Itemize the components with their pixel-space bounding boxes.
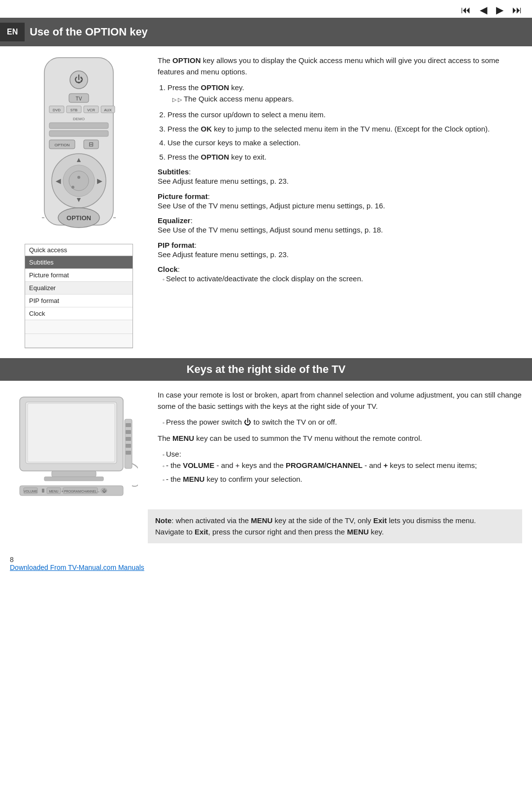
qa-item-pip-format[interactable]: PIP format [25,295,133,307]
section1-title: Use of the OPTION key [30,26,148,38]
step-4: Use the cursor keys to make a selection. [167,137,522,149]
section2-content: VOLUME MENU + PROGRAM/CHANNEL – ⏻ In cas… [0,381,532,504]
svg-text:⏻: ⏻ [102,489,106,493]
svg-text:OPTION: OPTION [55,143,70,147]
svg-point-31 [77,176,80,179]
section2-right-column: In case your remote is lost or broken, a… [158,390,522,499]
volume-keys-item: - the VOLUME - and + keys and the PROGRA… [163,460,522,471]
rewind-icon[interactable]: ◀ [480,4,487,16]
qa-empty-2 [25,334,133,348]
svg-rect-35 [28,403,115,462]
svg-rect-42 [126,444,131,448]
section2-header: Keys at the right side of the TV [0,358,532,381]
qa-item-picture-format[interactable]: Picture format [25,269,133,282]
svg-text:◀: ◀ [56,177,61,185]
power-switch-item: Press the power switch ⏻ to switch the T… [163,417,522,428]
svg-rect-47 [42,489,44,493]
skip-forward-icon[interactable]: ⏭ [512,4,522,16]
section2-title: Keys at the right side of the TV [0,363,532,376]
svg-text:VOLUME: VOLUME [24,490,37,493]
svg-rect-39 [126,423,131,427]
skip-back-icon[interactable]: ⏮ [461,4,471,16]
svg-rect-43 [126,451,131,455]
equalizer-subsection: Equalizer: See Use of the TV menu settin… [158,216,522,236]
svg-text:DEMO: DEMO [73,117,85,121]
svg-text:VCR: VCR [87,108,95,112]
svg-text:MENU: MENU [49,490,58,493]
top-navigation: ⏮ ◀ ▶ ⏭ [0,0,532,18]
note-text1: Note: when activated via the MENU key at… [155,515,515,527]
tv-left-column: VOLUME MENU + PROGRAM/CHANNEL – ⏻ [10,390,148,499]
qa-empty-1 [25,320,133,334]
pip-format-subsection: PIP format: See Adjust feature menu sett… [158,241,522,261]
subtitles-body: See Adjust feature menu settings, p. 23. [158,177,289,185]
svg-text:⊟: ⊟ [89,141,94,148]
section2-intro: In case your remote is lost or broken, a… [158,390,522,412]
svg-text:⏻: ⏻ [74,74,83,84]
note-box: Note: when activated via the MENU key at… [148,509,522,543]
download-link[interactable]: Downloaded From TV-Manual.com Manuals [10,564,144,571]
use-section: Use: - the VOLUME - and + keys and the P… [158,449,522,485]
svg-text:▶: ▶ [97,177,102,185]
subtitles-subsection: Subtitles: See Adjust feature menu setti… [158,167,522,187]
picture-format-title: Picture format [158,192,208,200]
step-1a: ▷ The Quick access menu appears. [172,94,522,105]
pip-format-body: See Adjust feature menu settings, p. 23. [158,250,289,259]
svg-rect-15 [49,131,108,136]
clock-list: Select to activate/deactivate the clock … [163,273,522,285]
clock-colon: : [178,265,180,273]
step-5: Press the OPTION key to exit. [167,152,522,163]
qa-item-clock[interactable]: Clock [25,307,133,320]
svg-rect-37 [44,477,103,481]
pip-format-title: PIP format [158,241,195,249]
play-icon[interactable]: ▶ [496,4,503,16]
svg-text:+ PROGRAM/CHANNEL –: + PROGRAM/CHANNEL – [61,490,100,493]
left-column: ⏻ TV DVD STB VCR AUX DEMO O [10,55,148,348]
svg-point-32 [71,186,74,189]
section1-header: EN Use of the OPTION key [0,18,532,46]
menu-key-text: The MENU key can be used to summon the T… [158,433,522,444]
subtitles-colon: : [189,167,191,176]
equalizer-title: Equalizer [158,216,191,225]
equalizer-body: See Use of the TV menu settings, Adjust … [158,226,383,234]
tv-illustration: VOLUME MENU + PROGRAM/CHANNEL – ⏻ [10,390,138,498]
intro-text: The OPTION key allows you to display the… [158,55,522,77]
step-2: Press the cursor up/down to select a men… [167,109,522,121]
language-badge: EN [0,23,25,41]
quick-access-menu: Quick access Subtitles Picture format Eq… [25,244,133,348]
clock-subsection: Clock: Select to activate/deactivate the… [158,265,522,285]
svg-text:▲: ▲ [75,156,82,164]
svg-text:STB: STB [70,108,78,112]
picture-format-body: See Use of the TV menu settings, Adjust … [158,201,385,210]
svg-rect-41 [126,437,131,441]
equalizer-colon: : [191,216,193,225]
steps-list: Press the OPTION key. ▷ The Quick access… [167,82,522,163]
right-column: The OPTION key allows you to display the… [158,55,522,348]
footer: 8 Downloaded From TV-Manual.com Manuals [0,548,532,579]
step-3: Press the OK key to jump to the selected… [167,124,522,135]
svg-rect-36 [52,471,96,477]
pip-format-colon: : [195,241,197,249]
section1-content: ⏻ TV DVD STB VCR AUX DEMO O [0,46,532,353]
svg-text:▼: ▼ [75,196,82,203]
svg-rect-40 [126,430,131,434]
note-text2: Navigate to Exit, press the cursor right… [155,527,515,538]
svg-text:TV: TV [76,96,82,101]
svg-rect-14 [49,123,108,129]
quick-access-title: Quick access [25,244,133,256]
clock-item: Select to activate/deactivate the clock … [163,273,522,285]
svg-text:OPTION: OPTION [66,214,91,222]
picture-format-colon: : [208,192,210,200]
qa-item-equalizer[interactable]: Equalizer [25,282,133,295]
subtitles-title: Subtitles [158,167,189,176]
svg-text:AUX: AUX [104,108,111,112]
page-number: 8 [10,556,14,564]
section2-bullet1: Press the power switch ⏻ to switch the T… [158,417,522,428]
picture-format-subsection: Picture format: See Use of the TV menu s… [158,192,522,212]
use-item: Use: - the VOLUME - and + keys and the P… [163,449,522,485]
remote-illustration: ⏻ TV DVD STB VCR AUX DEMO O [30,55,128,239]
qa-item-subtitles[interactable]: Subtitles [25,256,133,269]
step-1: Press the OPTION key. ▷ The Quick access… [167,82,522,104]
menu-confirm-item: - the MENU key to confirm your selection… [163,474,522,485]
svg-text:DVD: DVD [53,108,61,112]
